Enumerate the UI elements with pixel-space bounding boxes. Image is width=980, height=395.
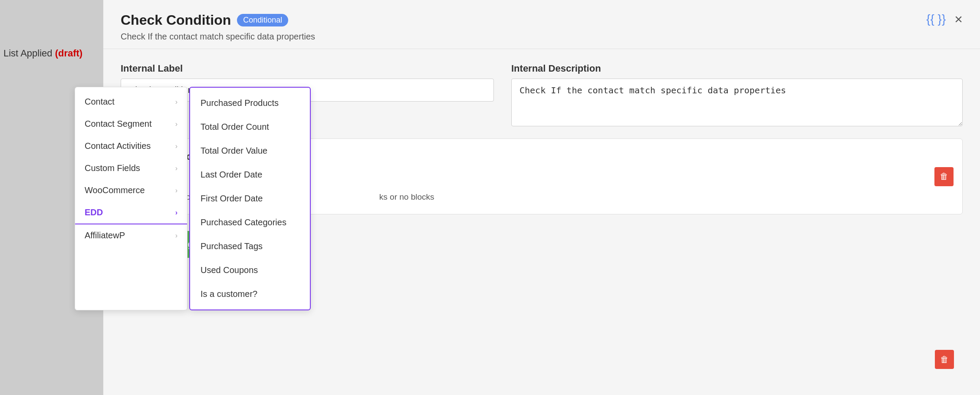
- delete-button-top[interactable]: 🗑: [934, 167, 954, 186]
- custom-fields-chevron-icon: ›: [175, 165, 178, 172]
- dropdown-overlay: Contact › Contact Segment › Contact Acti…: [75, 87, 311, 310]
- internal-description-textarea[interactable]: Check If the contact match specific data…: [511, 79, 963, 126]
- modal-title-area: Check Condition Conditional Check If the…: [121, 12, 315, 42]
- menu-item-edd-label: EDD: [85, 207, 103, 217]
- modal-title-row: Check Condition Conditional: [121, 12, 315, 28]
- menu-item-contact-activities-label: Contact Activities: [85, 141, 151, 151]
- contact-segment-chevron-icon: ›: [175, 120, 178, 128]
- internal-description-group: Internal Description Check If the contac…: [511, 63, 963, 126]
- edd-submenu-panel: Purchased Products Total Order Count Tot…: [189, 87, 311, 310]
- woocommerce-chevron-icon: ›: [175, 187, 178, 194]
- contact-activities-chevron-icon: ›: [175, 142, 178, 150]
- menu-item-contact-segment[interactable]: Contact Segment ›: [75, 113, 187, 135]
- submenu-item-first-order-date[interactable]: First Order Date: [190, 187, 310, 211]
- menu-item-woocommerce-label: WooCommerce: [85, 185, 145, 195]
- menu-item-contact-activities[interactable]: Contact Activities ›: [75, 135, 187, 157]
- left-menu-panel: Contact › Contact Segment › Contact Acti…: [75, 87, 187, 310]
- submenu-item-is-a-customer[interactable]: Is a customer?: [190, 282, 310, 306]
- submenu-item-last-order-date[interactable]: Last Order Date: [190, 163, 310, 187]
- modal-header: Check Condition Conditional Check If the…: [103, 0, 980, 49]
- delete-icon-top: 🗑: [940, 171, 948, 181]
- menu-item-contact-segment-label: Contact Segment: [85, 119, 152, 129]
- code-icon[interactable]: {{ }}: [926, 12, 946, 26]
- menu-item-contact[interactable]: Contact ›: [75, 91, 187, 113]
- menu-item-affiliatewp-label: AffiliatewP: [85, 230, 125, 240]
- submenu-item-total-order-value[interactable]: Total Order Value: [190, 139, 310, 163]
- internal-label-label: Internal Label: [121, 63, 494, 74]
- list-applied-label: List Applied (draft): [3, 48, 82, 59]
- affiliatewp-chevron-icon: ›: [175, 232, 178, 240]
- submenu-item-purchased-tags[interactable]: Purchased Tags: [190, 234, 310, 258]
- draft-badge: (draft): [55, 48, 83, 59]
- menu-item-woocommerce[interactable]: WooCommerce ›: [75, 179, 187, 201]
- internal-description-label: Internal Description: [511, 63, 963, 74]
- menu-item-custom-fields[interactable]: Custom Fields ›: [75, 157, 187, 179]
- menu-item-affiliatewp[interactable]: AffiliatewP ›: [75, 224, 187, 247]
- modal-title: Check Condition: [121, 12, 231, 28]
- delete-icon-bottom: 🗑: [940, 355, 949, 365]
- modal-header-actions: {{ }} ×: [926, 12, 963, 26]
- contact-chevron-icon: ›: [175, 98, 178, 106]
- close-button[interactable]: ×: [954, 12, 963, 26]
- submenu-item-purchased-categories[interactable]: Purchased Categories: [190, 211, 310, 234]
- menu-item-custom-fields-label: Custom Fields: [85, 163, 140, 173]
- submenu-item-total-order-count[interactable]: Total Order Count: [190, 115, 310, 139]
- menu-item-edd[interactable]: EDD ›: [75, 201, 187, 224]
- menu-item-contact-label: Contact: [85, 97, 115, 107]
- delete-button-bottom[interactable]: 🗑: [935, 350, 954, 369]
- submenu-item-used-coupons[interactable]: Used Coupons: [190, 258, 310, 282]
- submenu-item-purchased-products[interactable]: Purchased Products: [190, 91, 310, 115]
- edd-chevron-icon: ›: [175, 209, 178, 217]
- conditional-badge: Conditional: [237, 14, 288, 26]
- modal-subtitle: Check If the contact match specific data…: [121, 32, 315, 42]
